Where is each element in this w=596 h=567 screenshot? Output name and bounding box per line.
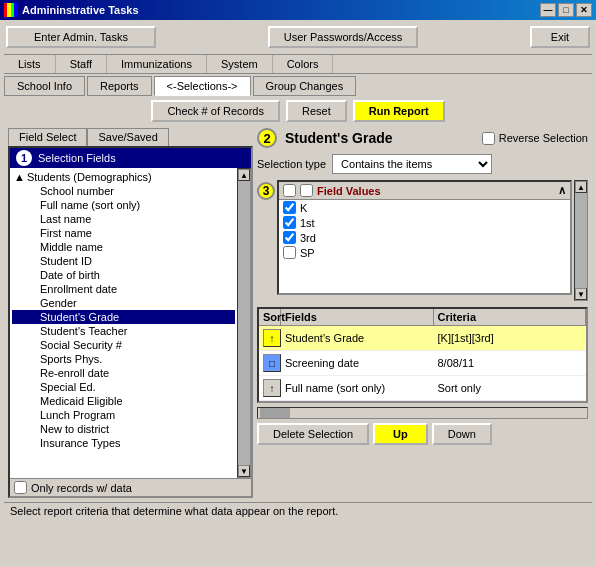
list-item[interactable]: Gender — [12, 296, 235, 310]
list-item[interactable]: Full name (sort only) — [12, 198, 235, 212]
field-value-k: K — [300, 202, 307, 214]
criteria-cell-2: 8/08/11 — [434, 355, 587, 371]
menu-bar: Lists Staff Immunizations System Colors — [4, 54, 592, 74]
menu-staff[interactable]: Staff — [56, 55, 107, 73]
list-item[interactable]: Date of birth — [12, 268, 235, 282]
criteria-cell-1: [K][1st][3rd] — [434, 330, 587, 346]
menu-colors[interactable]: Colors — [273, 55, 334, 73]
field-values-scrollbar[interactable]: ▲ ▼ — [574, 180, 588, 301]
field-value-row: SP — [279, 245, 570, 260]
circle-num-2: 2 — [257, 128, 277, 148]
app-icon — [4, 3, 18, 17]
only-records-row: Only records w/ data — [10, 478, 251, 496]
list-item[interactable]: First name — [12, 226, 235, 240]
run-report-button[interactable]: Run Report — [353, 100, 445, 122]
title-text: Admininstrative Tasks — [22, 4, 139, 16]
selection-type-dropdown[interactable]: Contains the items Does not contain Equa… — [332, 154, 492, 174]
close-button[interactable]: ✕ — [576, 3, 592, 17]
list-item[interactable]: School number — [12, 184, 235, 198]
status-text: Select report criteria that determine wh… — [10, 505, 338, 517]
field-cell-2: Screening date — [281, 355, 434, 371]
reverse-selection-checkbox[interactable] — [482, 132, 495, 145]
list-item[interactable]: Enrollment date — [12, 282, 235, 296]
table-row[interactable]: □ Screening date 8/08/11 — [259, 351, 586, 376]
bottom-buttons: Delete Selection Up Down — [257, 423, 588, 445]
selection-type-label: Selection type — [257, 158, 326, 170]
criteria-cell-3: Sort only — [434, 380, 587, 396]
menu-lists[interactable]: Lists — [4, 55, 56, 73]
selection-panel: 1 Selection Fields ▲ Students (Demograph… — [8, 146, 253, 498]
status-bar: Select report criteria that determine wh… — [4, 502, 592, 519]
field-value-1st-checkbox[interactable] — [283, 216, 296, 229]
sort-table: Sort Fields Criteria ↑ Student's Grade [… — [257, 307, 588, 403]
list-item[interactable]: New to district — [12, 422, 235, 436]
user-passwords-button[interactable]: User Passwords/Access — [268, 26, 418, 48]
maximize-button[interactable]: □ — [558, 3, 574, 17]
delete-selection-button[interactable]: Delete Selection — [257, 423, 369, 445]
sort-col-header: Sort — [259, 309, 281, 325]
scroll-up-indicator: ∧ — [558, 184, 566, 197]
check-records-button[interactable]: Check # of Records — [151, 100, 280, 122]
list-item[interactable]: Re-enroll date — [12, 366, 235, 380]
up-button[interactable]: Up — [373, 423, 428, 445]
sort-up-button-1[interactable]: ↑ — [263, 329, 281, 347]
field-title-row: 2 Student's Grade Reverse Selection — [257, 128, 588, 148]
criteria-col-header: Criteria — [434, 309, 587, 325]
menu-system[interactable]: System — [207, 55, 273, 73]
list-item-students-grade[interactable]: Student's Grade — [12, 310, 235, 324]
scroll-down-arrow[interactable]: ▼ — [238, 465, 250, 477]
reset-button[interactable]: Reset — [286, 100, 347, 122]
tree-scrollbar[interactable]: ▲ ▼ — [237, 168, 251, 478]
selection-header: 1 Selection Fields — [10, 148, 251, 168]
tree-arrow: ▲ — [14, 171, 25, 183]
fv-scroll-up[interactable]: ▲ — [575, 181, 587, 193]
sort-table-header: Sort Fields Criteria — [259, 309, 586, 326]
field-values-all-checkbox[interactable] — [283, 184, 296, 197]
sort-up-button-3[interactable]: ↑ — [263, 379, 281, 397]
only-records-checkbox[interactable] — [14, 481, 27, 494]
tree-list[interactable]: ▲ Students (Demographics) School number … — [10, 168, 237, 478]
window-controls: — □ ✕ — [540, 3, 592, 17]
enter-admin-button[interactable]: Enter Admin. Tasks — [6, 26, 156, 48]
list-item[interactable]: Last name — [12, 212, 235, 226]
field-value-sp-checkbox[interactable] — [283, 246, 296, 259]
fv-scroll-down[interactable]: ▼ — [575, 288, 587, 300]
submenu-reports[interactable]: Reports — [87, 76, 152, 96]
down-button[interactable]: Down — [432, 423, 492, 445]
list-item[interactable]: Special Ed. — [12, 380, 235, 394]
selection-title: Selection Fields — [38, 152, 116, 164]
table-row[interactable]: ↑ Full name (sort only) Sort only — [259, 376, 586, 401]
exit-button[interactable]: Exit — [530, 26, 590, 48]
fields-col-header: Fields — [281, 309, 434, 325]
list-item[interactable]: Middle name — [12, 240, 235, 254]
list-item[interactable]: Insurance Types — [12, 436, 235, 450]
list-item[interactable]: Student ID — [12, 254, 235, 268]
field-values-header-checkbox2[interactable] — [300, 184, 313, 197]
submenu-school-info[interactable]: School Info — [4, 76, 85, 96]
field-value-3rd-checkbox[interactable] — [283, 231, 296, 244]
sort-btn-cell: ↑ — [259, 326, 281, 350]
submenu-selections[interactable]: <-Selections-> — [154, 76, 251, 96]
list-item[interactable]: Student's Teacher — [12, 324, 235, 338]
list-item[interactable]: Sports Phys. — [12, 352, 235, 366]
tree-root-students[interactable]: ▲ Students (Demographics) — [12, 170, 235, 184]
field-value-1st: 1st — [300, 217, 315, 229]
submenu-group-changes[interactable]: Group Changes — [253, 76, 357, 96]
field-cell-1: Student's Grade — [281, 330, 434, 346]
scroll-up-arrow[interactable]: ▲ — [238, 169, 250, 181]
tab-save-saved[interactable]: Save/Saved — [87, 128, 168, 146]
field-value-k-checkbox[interactable] — [283, 201, 296, 214]
minimize-button[interactable]: — — [540, 3, 556, 17]
tab-field-select[interactable]: Field Select — [8, 128, 87, 146]
horizontal-scrollbar[interactable] — [257, 407, 588, 419]
tree-root-label: Students (Demographics) — [27, 171, 152, 183]
menu-immunizations[interactable]: Immunizations — [107, 55, 207, 73]
sort-square-button-2[interactable]: □ — [263, 354, 281, 372]
scrollbar-thumb — [260, 408, 290, 418]
title-bar: Admininstrative Tasks — [4, 3, 139, 17]
list-item[interactable]: Social Security # — [12, 338, 235, 352]
list-item[interactable]: Medicaid Eligible — [12, 394, 235, 408]
list-item[interactable]: Lunch Program — [12, 408, 235, 422]
table-row[interactable]: ↑ Student's Grade [K][1st][3rd] — [259, 326, 586, 351]
sort-btn-cell: □ — [259, 351, 281, 375]
